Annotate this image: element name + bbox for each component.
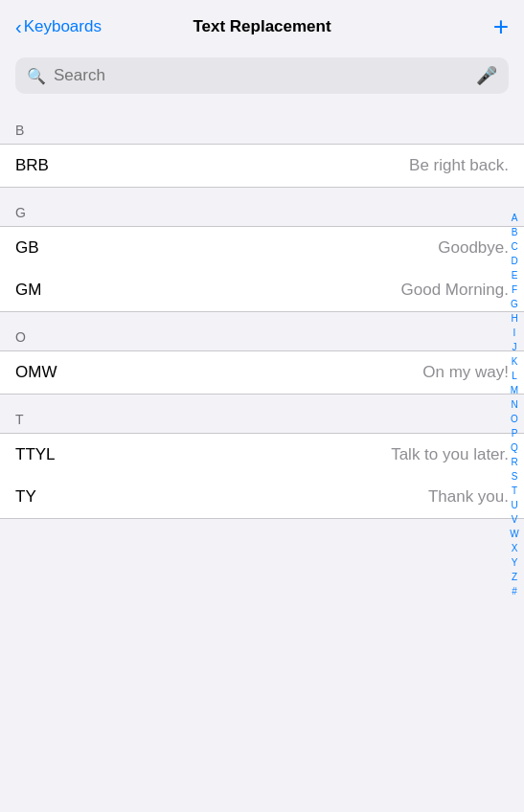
list-container: BBRBBe right back.GGBGoodbye.GMGood Morn… bbox=[0, 105, 524, 519]
row-phrase: On my way! bbox=[422, 363, 509, 382]
table-row[interactable]: GMGood Morning. bbox=[0, 269, 524, 311]
row-phrase: Good Morning. bbox=[401, 281, 509, 300]
section-header-b: B bbox=[0, 105, 524, 144]
row-shortcut: TY bbox=[15, 487, 36, 507]
section-header-t: T bbox=[0, 395, 524, 433]
row-shortcut: GM bbox=[15, 281, 41, 300]
table-row[interactable]: TYThank you. bbox=[0, 476, 524, 518]
alpha-letter-c[interactable]: C bbox=[507, 239, 522, 254]
alpha-letter-o[interactable]: O bbox=[507, 412, 522, 426]
alpha-letter-a[interactable]: A bbox=[507, 211, 522, 225]
section-rows-g: GBGoodbye.GMGood Morning. bbox=[0, 226, 524, 312]
list-section-o: OOMWOn my way! bbox=[0, 312, 524, 395]
section-header-g: G bbox=[0, 188, 524, 226]
microphone-icon[interactable]: 🎤 bbox=[476, 65, 497, 86]
row-shortcut: OMW bbox=[15, 363, 57, 382]
alpha-letter-i[interactable]: I bbox=[507, 326, 522, 340]
alpha-letter-t[interactable]: T bbox=[507, 484, 522, 498]
back-button[interactable]: ‹ Keyboards bbox=[15, 16, 102, 38]
alpha-letter-x[interactable]: X bbox=[507, 541, 522, 555]
alpha-letter-z[interactable]: Z bbox=[507, 570, 522, 584]
chevron-left-icon: ‹ bbox=[15, 16, 22, 38]
search-icon: 🔍 bbox=[27, 67, 46, 85]
row-shortcut: GB bbox=[15, 238, 39, 258]
row-phrase: Thank you. bbox=[428, 487, 509, 507]
alpha-letter-g[interactable]: G bbox=[507, 297, 522, 311]
row-phrase: Be right back. bbox=[409, 156, 509, 175]
section-rows-b: BRBBe right back. bbox=[0, 144, 524, 188]
row-phrase: Talk to you later. bbox=[391, 445, 509, 464]
search-bar: 🔍 🎤 bbox=[15, 57, 509, 94]
alpha-letter-h[interactable]: H bbox=[507, 311, 522, 326]
back-label: Keyboards bbox=[24, 17, 102, 36]
alpha-letter-s[interactable]: S bbox=[507, 469, 522, 484]
alpha-letter-w[interactable]: W bbox=[507, 527, 522, 541]
add-button[interactable]: + bbox=[493, 13, 509, 40]
alpha-letter-p[interactable]: P bbox=[507, 426, 522, 440]
alpha-letter-j[interactable]: J bbox=[507, 340, 522, 354]
alpha-letter-k[interactable]: K bbox=[507, 354, 522, 369]
row-shortcut: BRB bbox=[15, 156, 49, 175]
alpha-letter-#[interactable]: # bbox=[507, 584, 522, 598]
section-rows-t: TTYLTalk to you later.TYThank you. bbox=[0, 433, 524, 519]
alpha-letter-u[interactable]: U bbox=[507, 498, 522, 512]
row-shortcut: TTYL bbox=[15, 445, 56, 464]
row-phrase: Goodbye. bbox=[438, 238, 509, 258]
table-row[interactable]: OMWOn my way! bbox=[0, 351, 524, 394]
alpha-letter-v[interactable]: V bbox=[507, 512, 522, 527]
section-header-o: O bbox=[0, 312, 524, 350]
list-section-g: GGBGoodbye.GMGood Morning. bbox=[0, 188, 524, 312]
alpha-letter-d[interactable]: D bbox=[507, 254, 522, 268]
header: ‹ Keyboards Text Replacement + bbox=[0, 0, 524, 50]
alpha-letter-n[interactable]: N bbox=[507, 397, 522, 412]
alpha-index: ABCDEFGHIJKLMNOPQRSTUVWXYZ# bbox=[507, 211, 522, 598]
page-title: Text Replacement bbox=[193, 17, 330, 36]
alpha-letter-b[interactable]: B bbox=[507, 225, 522, 239]
table-row[interactable]: TTYLTalk to you later. bbox=[0, 434, 524, 476]
search-container: 🔍 🎤 bbox=[0, 50, 524, 105]
alpha-letter-r[interactable]: R bbox=[507, 455, 522, 469]
search-input[interactable] bbox=[54, 66, 468, 85]
alpha-letter-f[interactable]: F bbox=[507, 282, 522, 297]
alpha-letter-e[interactable]: E bbox=[507, 268, 522, 282]
list-section-t: TTTYLTalk to you later.TYThank you. bbox=[0, 395, 524, 519]
table-row[interactable]: GBGoodbye. bbox=[0, 227, 524, 269]
alpha-letter-y[interactable]: Y bbox=[507, 555, 522, 570]
table-row[interactable]: BRBBe right back. bbox=[0, 145, 524, 187]
alpha-letter-l[interactable]: L bbox=[507, 369, 522, 383]
alpha-letter-q[interactable]: Q bbox=[507, 440, 522, 455]
list-section-b: BBRBBe right back. bbox=[0, 105, 524, 188]
alpha-letter-m[interactable]: M bbox=[507, 383, 522, 397]
section-rows-o: OMWOn my way! bbox=[0, 350, 524, 395]
